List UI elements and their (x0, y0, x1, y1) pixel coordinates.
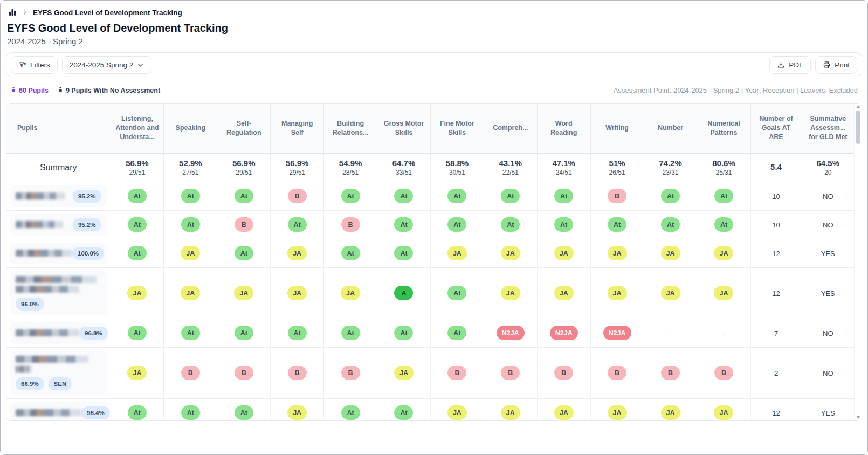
assessment-badge[interactable]: At (394, 246, 413, 260)
assessment-badge[interactable]: JA (714, 286, 733, 300)
assessment-badge[interactable]: N2JA (497, 326, 525, 340)
assessment-badge[interactable]: At (341, 405, 360, 420)
assessment-badge[interactable]: At (235, 189, 253, 203)
assessment-badge[interactable]: B (714, 366, 733, 380)
assessment-badge[interactable]: At (181, 326, 200, 340)
assessment-badge[interactable]: JA (287, 405, 307, 420)
assessment-badge[interactable]: At (128, 326, 147, 340)
assessment-badge[interactable]: At (394, 189, 413, 203)
assessment-badge[interactable]: At (714, 189, 733, 203)
assessment-badge[interactable]: B (608, 366, 626, 380)
assessment-badge[interactable]: At (288, 326, 307, 340)
assessment-badge[interactable]: JA (501, 286, 520, 300)
assessment-badge[interactable]: At (501, 189, 520, 203)
assessment-badge[interactable]: At (235, 405, 253, 420)
assessment-badge[interactable]: At (128, 246, 147, 260)
pupil-badges: 66.9%SEN (16, 377, 72, 390)
assessment-period-select[interactable]: 2024-2025 Spring 2 (62, 56, 152, 74)
assessment-badge[interactable]: At (394, 326, 413, 340)
assessment-badge[interactable]: JA (287, 246, 307, 260)
assessment-badge[interactable]: JA (661, 246, 680, 260)
assessment-badge[interactable]: JA (341, 286, 360, 300)
filters-button[interactable]: Filters (11, 56, 58, 74)
assessment-badge[interactable]: JA (234, 286, 253, 300)
pupil-cell[interactable]: 95.2% (10, 185, 107, 207)
assessment-badge[interactable]: At (128, 189, 147, 203)
assessment-badge[interactable]: B (661, 366, 680, 380)
assessment-badge[interactable]: JA (608, 405, 627, 420)
assessment-badge[interactable]: JA (447, 246, 467, 260)
assessment-badge[interactable]: JA (554, 405, 574, 420)
assessment-badge[interactable]: JA (287, 286, 307, 300)
assessment-badge[interactable]: B (235, 217, 253, 232)
assessment-badge[interactable]: JA (714, 246, 733, 260)
assessment-badge[interactable]: JA (394, 366, 414, 380)
bar-chart-icon[interactable] (8, 8, 17, 17)
scroll-up-icon[interactable] (856, 105, 860, 108)
assessment-badge[interactable]: At (554, 217, 573, 232)
vertical-scrollbar[interactable] (854, 104, 862, 420)
assessment-badge[interactable]: JA (181, 286, 200, 300)
assessment-badge[interactable]: At (447, 189, 466, 203)
assessment-badge[interactable]: JA (714, 405, 733, 420)
assessment-badge[interactable]: B (341, 217, 360, 232)
assessment-badge[interactable]: N2JA (550, 326, 578, 340)
assessment-badge[interactable]: At (341, 326, 360, 340)
assessment-badge[interactable]: JA (501, 246, 520, 260)
assessment-badge[interactable]: JA (661, 286, 680, 300)
assessment-badge[interactable]: At (661, 217, 680, 232)
assessment-badge[interactable]: B (288, 189, 307, 203)
assessment-badge[interactable]: B (181, 366, 200, 380)
assessment-badge[interactable]: B (341, 366, 360, 380)
assessment-badge[interactable]: At (341, 246, 360, 260)
breadcrumb-current[interactable]: EYFS Good Level of Development Tracking (33, 9, 182, 17)
assessment-badge[interactable]: JA (608, 246, 627, 260)
assessment-badge[interactable]: At (128, 217, 147, 232)
assessment-badge[interactable]: At (554, 189, 573, 203)
pupil-cell[interactable]: 95.2% (10, 214, 107, 236)
assessment-badge[interactable]: B (501, 366, 520, 380)
scrollbar-thumb[interactable] (856, 111, 860, 144)
assessment-badge[interactable]: At (235, 246, 253, 260)
assessment-badge[interactable]: B (235, 366, 253, 380)
assessment-badge[interactable]: At (661, 189, 680, 203)
assessment-badge[interactable]: At (501, 217, 520, 232)
assessment-badge[interactable]: At (447, 326, 466, 340)
assessment-badge[interactable]: At (288, 217, 307, 232)
assessment-badge[interactable]: At (394, 405, 413, 420)
pupil-cell[interactable]: 98.4% (10, 402, 107, 421)
assessment-badge[interactable]: B (554, 366, 573, 380)
pupil-cell[interactable]: 96.0% (10, 271, 107, 315)
assessment-badge[interactable]: JA (661, 405, 680, 420)
assessment-badge[interactable]: At (341, 189, 360, 203)
assessment-badge[interactable]: At (181, 405, 200, 420)
assessment-badge[interactable]: At (235, 326, 253, 340)
assessment-badge[interactable]: JA (127, 286, 147, 300)
pdf-button[interactable]: PDF (769, 56, 811, 74)
assessment-badge[interactable]: JA (501, 405, 520, 420)
assessment-badge[interactable]: At (447, 286, 466, 300)
pupil-cell[interactable]: 96.8% (10, 322, 107, 344)
assessment-badge[interactable]: B (447, 366, 466, 380)
assessment-badge[interactable]: B (288, 366, 307, 380)
assessment-badge[interactable]: At (394, 217, 413, 232)
assessment-badge[interactable]: JA (554, 246, 574, 260)
assessment-badge[interactable]: At (714, 217, 733, 232)
assessment-badge[interactable]: At (128, 405, 147, 420)
scroll-down-icon[interactable] (856, 416, 860, 419)
assessment-badge[interactable]: N2JA (603, 326, 631, 340)
assessment-badge[interactable]: JA (447, 405, 467, 420)
assessment-badge[interactable]: At (608, 217, 626, 232)
assessment-badge[interactable]: At (447, 217, 466, 232)
assessment-badge[interactable]: JA (181, 246, 200, 260)
assessment-badge[interactable]: B (608, 189, 626, 203)
pupil-cell[interactable]: 66.9%SEN (10, 351, 107, 395)
assessment-badge[interactable]: JA (127, 366, 147, 380)
assessment-badge[interactable]: JA (554, 286, 574, 300)
pupil-cell[interactable]: 100.0% (10, 243, 107, 264)
assessment-badge[interactable]: At (181, 217, 200, 232)
print-button[interactable]: Print (815, 56, 857, 74)
assessment-badge[interactable]: JA (608, 286, 627, 300)
assessment-badge[interactable]: At (181, 189, 200, 203)
assessment-badge[interactable]: A (394, 286, 413, 300)
